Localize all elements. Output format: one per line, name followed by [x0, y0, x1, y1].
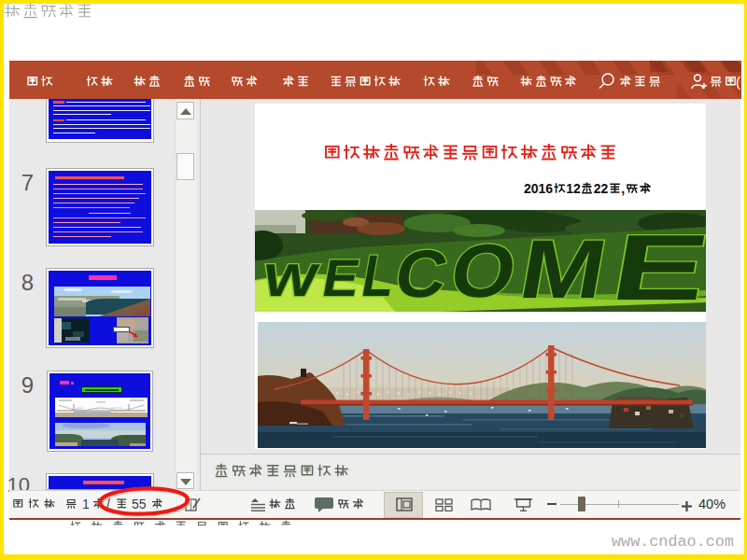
svg-text:M: M: [514, 223, 613, 312]
svg-text:E: E: [604, 216, 706, 312]
svg-text:W: W: [259, 254, 322, 305]
